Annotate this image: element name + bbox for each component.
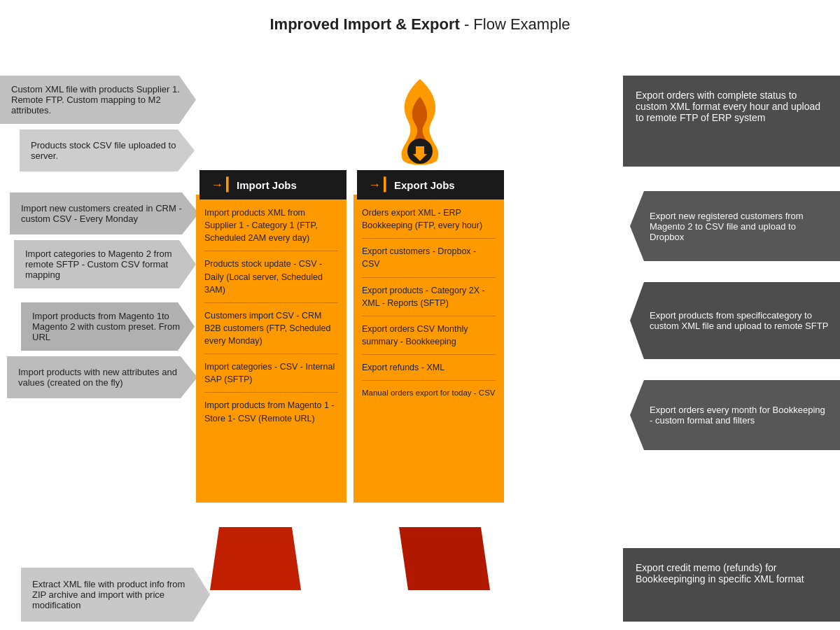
bottom-left-box: Extract XML file with product info from … (21, 568, 210, 622)
left-box-2: Products stock CSV file uploaded to serv… (20, 130, 195, 172)
red-accent-shape (210, 527, 301, 590)
left-box-1: Custom XML file with products Supplier 1… (0, 76, 196, 124)
import-job-list: Import products XML from Supplier 1 - Ca… (196, 195, 346, 503)
import-job-item-5: Import products from Magento 1 - Store 1… (204, 393, 338, 430)
import-header: →┃ Import Jobs (200, 170, 346, 200)
export-header-icon: →┃ (368, 177, 388, 192)
title-normal: - Flow Example (460, 15, 570, 33)
import-header-label: Import Jobs (237, 179, 297, 191)
export-job-item-5: Export refunds - XML (362, 355, 496, 381)
right-side-box-1: Export new registered customers from Mag… (630, 191, 840, 261)
export-header-label: Export Jobs (394, 179, 455, 191)
left-box-5: Import products from Magento 1to Magento… (21, 302, 195, 351)
import-job-item-1: Import products XML from Supplier 1 - Ca… (204, 200, 338, 251)
left-box-6: Import products with new attributes and … (7, 356, 197, 398)
export-job-item-1: Orders export XML - ERP Bookkeeping (FTP… (362, 200, 496, 239)
export-header: →┃ Export Jobs (357, 170, 504, 200)
page-title: Improved Import & Export - Flow Example (0, 0, 840, 41)
top-right-box: Export orders with complete status to cu… (623, 76, 840, 167)
title-bold: Improved Import & Export (270, 15, 459, 33)
right-side-box-3: Export orders every month for Bookkeepin… (630, 380, 840, 450)
import-job-item-2: Products stock update - CSV - Daily (Loc… (204, 251, 338, 302)
import-job-item-3: Customers import CSV - CRM B2B customers… (204, 303, 338, 354)
left-box-4: Import categories to Magento 2 from remo… (14, 240, 196, 288)
flame-icon (382, 76, 458, 167)
export-job-item-2: Export customers - Dropbox - CSV (362, 239, 496, 277)
import-job-item-4: Import categories - CSV - Internal SAP (… (204, 354, 338, 393)
import-header-icon: →┃ (211, 177, 231, 192)
export-job-list: Orders export XML - ERP Bookkeeping (FTP… (354, 195, 504, 503)
export-job-item-6: Manual orders export for today - CSV (362, 381, 496, 405)
right-side-box-2: Export products from specificcategory to… (630, 282, 840, 359)
red-accent-shape-2 (399, 527, 490, 590)
export-job-item-4: Export orders CSV Monthly summary - Book… (362, 316, 496, 355)
bottom-right-box: Export credit memo (refunds) for Bookkee… (623, 548, 840, 622)
left-box-3: Import new customers created in CRM - cu… (10, 192, 199, 234)
export-job-item-3: Export products - Category 2X - XML - Re… (362, 278, 496, 316)
